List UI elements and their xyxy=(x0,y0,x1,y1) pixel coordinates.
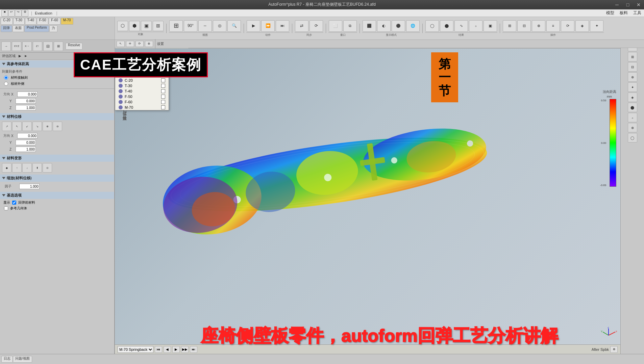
step-f60[interactable]: F-60 xyxy=(49,18,60,25)
pt-c20-checkbox[interactable] xyxy=(161,78,165,82)
mat-y-input[interactable]: 0.000 xyxy=(16,140,36,145)
op-btn-4[interactable]: ≡ xyxy=(546,20,560,32)
disp-btn-2[interactable]: ◐ xyxy=(377,20,391,32)
mat-z-input[interactable]: 1.000 xyxy=(16,147,36,152)
step-t30[interactable]: T-30 xyxy=(13,18,25,25)
offset-btn-5[interactable]: ⊕ xyxy=(43,122,52,131)
menu-tools[interactable]: 工具 xyxy=(630,9,644,17)
right-btn-4[interactable]: ⊕ xyxy=(628,72,637,82)
win-btn-1[interactable]: ⬜ xyxy=(329,20,342,32)
action-btn-1[interactable]: ▶ xyxy=(247,20,260,32)
mat-x-input[interactable]: 0.000 xyxy=(17,133,38,138)
right-btn-6[interactable]: ◈ xyxy=(628,93,637,102)
right-btn-8[interactable]: ⬦ xyxy=(628,113,637,122)
small-tb-pan[interactable]: ✛ xyxy=(126,41,134,47)
pt-t40-checkbox[interactable] xyxy=(161,89,165,93)
toolbar-small-btn-3[interactable]: ↪ xyxy=(15,10,22,17)
right-btn-9[interactable]: ⊗ xyxy=(628,123,637,132)
result-force[interactable]: 力 xyxy=(49,25,57,32)
disp-btn-1[interactable]: ⬛ xyxy=(363,20,376,32)
flat-btn[interactable]: ⊟ xyxy=(43,42,53,51)
view-btn-5[interactable]: 🔍 xyxy=(227,20,241,32)
deform-btn-1[interactable]: ◆ xyxy=(2,163,11,173)
small-tb-rotate[interactable]: ⟳ xyxy=(135,41,144,47)
op-btn-7[interactable]: ✦ xyxy=(590,20,603,32)
op-btn-3[interactable]: ⊕ xyxy=(532,20,545,32)
pt-item-f50[interactable]: F-50 xyxy=(115,94,169,99)
right-btn-10[interactable]: ◯ xyxy=(628,133,637,142)
pt-item-m70[interactable]: M-70 xyxy=(115,105,169,110)
maximize-button[interactable]: □ xyxy=(622,0,633,9)
deform-btn-2[interactable]: ↑ xyxy=(12,163,22,173)
collapse-btn[interactable]: ► xyxy=(24,54,28,58)
action-btn-2[interactable]: ⏩ xyxy=(261,20,275,32)
step-m70[interactable]: M-70 xyxy=(61,18,73,25)
section-mat-offset[interactable]: 材料位移 xyxy=(0,113,114,120)
toolbar-small-btn-1[interactable]: ■ xyxy=(1,10,8,17)
pt-f50-checkbox[interactable] xyxy=(161,95,165,99)
show-before-material[interactable] xyxy=(12,201,16,205)
right-btn-2[interactable]: ⊞ xyxy=(628,52,637,61)
pt-item-t40[interactable]: T-40 xyxy=(115,88,169,94)
obj-btn-2[interactable]: ⬢ xyxy=(129,21,140,31)
res-btn-1[interactable]: ◯ xyxy=(425,20,439,32)
minimize-button[interactable]: ─ xyxy=(612,0,622,9)
offset-btn-4[interactable]: ↘ xyxy=(32,122,42,131)
scale-factor-input[interactable]: 1.000 xyxy=(19,184,40,189)
obj-btn-1[interactable]: ⬡ xyxy=(117,21,128,31)
show-ref-geometry[interactable] xyxy=(4,206,8,210)
step-f50[interactable]: F-50 xyxy=(37,18,49,25)
section-mat-deform[interactable]: 材料变形 xyxy=(0,155,114,162)
view-btn-2[interactable]: 90° xyxy=(184,20,197,32)
right-btn-5[interactable]: ✦ xyxy=(628,82,637,92)
offset-btn-6[interactable]: ⊖ xyxy=(53,122,62,131)
bottom-tab-issues[interactable]: 问题/视图 xyxy=(13,356,32,363)
deform-btn-5[interactable]: ⊙ xyxy=(43,163,52,173)
resolve-btn[interactable]: Resolve xyxy=(66,43,82,50)
disp-btn-4[interactable]: 🌐 xyxy=(406,20,420,32)
section-scale[interactable]: 缩放(材料位移) xyxy=(0,175,114,182)
small-tb-select[interactable]: ↖ xyxy=(117,41,125,47)
pt-item-t30[interactable]: T-30 xyxy=(115,83,169,88)
res-btn-4[interactable]: ⬦ xyxy=(469,20,482,32)
result-springback[interactable]: 回弹 xyxy=(1,25,12,32)
pt-m70-checkbox[interactable] xyxy=(161,105,165,109)
result-surface[interactable]: 表面 xyxy=(13,25,24,32)
view-btn-4[interactable]: ◎ xyxy=(213,20,226,32)
obj-btn-3[interactable]: ▣ xyxy=(141,21,152,31)
toolbar-small-btn-4[interactable]: ⚙ xyxy=(22,10,28,17)
win-btn-2[interactable]: ⧉ xyxy=(343,20,357,32)
res-btn-3[interactable]: ∿ xyxy=(454,20,468,32)
offset-btn-1[interactable]: ↗ xyxy=(2,122,11,131)
res-btn-2[interactable]: ⬤ xyxy=(440,20,453,32)
op-btn-5[interactable]: ⟳ xyxy=(561,20,574,32)
offset-btn-2[interactable]: ↖ xyxy=(12,122,22,131)
action-btn-3[interactable]: ⏭ xyxy=(276,20,289,32)
view-btn-1[interactable]: ⊞ xyxy=(169,20,183,32)
op-btn-6[interactable]: ◈ xyxy=(575,20,589,32)
deform-btn-3[interactable]: ↓ xyxy=(22,163,32,173)
op-btn-2[interactable]: ⊟ xyxy=(517,20,531,32)
right-btn-3[interactable]: ⊟ xyxy=(628,62,637,72)
axis-z-btn[interactable]: Z↑ xyxy=(33,42,42,51)
res-btn-5[interactable]: ▣ xyxy=(484,20,497,32)
sync-btn-2[interactable]: ⟳ xyxy=(309,20,323,32)
view-btn-3[interactable]: ↔ xyxy=(198,20,212,32)
close-button[interactable]: ✕ xyxy=(633,0,644,9)
dir-z-input[interactable]: 1.000 xyxy=(16,105,36,110)
axis-x-btn[interactable]: X→ xyxy=(22,42,32,51)
bottom-tab-log[interactable]: 日志 xyxy=(1,356,13,363)
deform-btn-4[interactable]: ⬆ xyxy=(32,163,42,173)
pt-t30-checkbox[interactable] xyxy=(161,84,165,88)
sync-btn-1[interactable]: ⇄ xyxy=(295,20,308,32)
expand-btn[interactable]: ▶ xyxy=(19,54,21,58)
offset-btn-3[interactable]: ↙ xyxy=(22,122,32,131)
grid-btn[interactable]: ⊞ xyxy=(54,42,63,51)
settings-btn[interactable]: 设置 xyxy=(157,42,164,46)
result-prod-perform[interactable]: Prod Perform xyxy=(24,25,49,32)
arrow-btn[interactable]: → xyxy=(1,42,11,51)
small-tb-zoom[interactable]: ⊕ xyxy=(145,41,153,47)
op-btn-1[interactable]: ⊞ xyxy=(503,20,516,32)
pt-item-f60[interactable]: F-60 xyxy=(115,99,169,105)
right-btn-7[interactable]: ⬤ xyxy=(628,103,637,112)
